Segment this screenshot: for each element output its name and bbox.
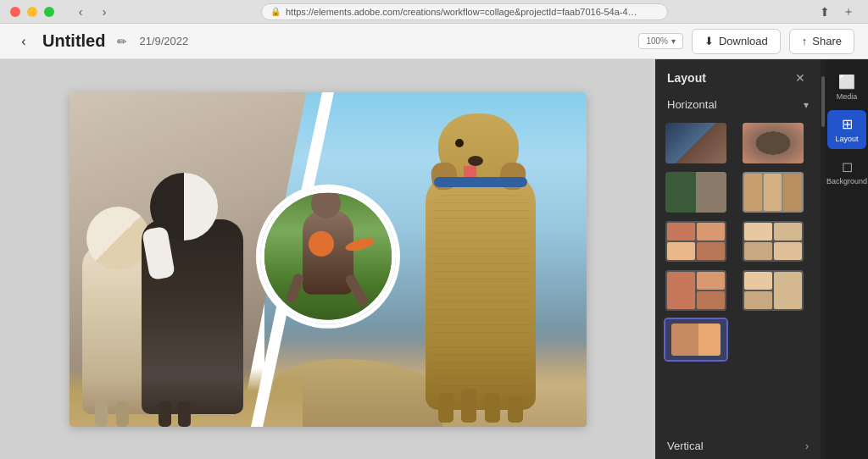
layout-thumb-3[interactable]: [664, 170, 728, 214]
back-button[interactable]: ‹: [14, 31, 34, 52]
browser-nav: ‹ ›: [71, 3, 114, 21]
addressbar[interactable]: 🔒 https://elements.adobe.com/creations/w…: [261, 3, 668, 20]
right-dog-leg3: [485, 393, 500, 423]
vertical-label: Vertical: [667, 440, 704, 452]
background-label: Background: [826, 177, 867, 185]
panel-close-button[interactable]: ✕: [792, 69, 809, 86]
right-dog-eye: [455, 139, 464, 147]
frisbee-dog-image: [264, 193, 392, 320]
right-sidebar: Layout ✕ Horizontal ▾: [655, 59, 868, 459]
right-dog-area: [392, 130, 578, 427]
layout-thumb-1[interactable]: [664, 121, 728, 165]
browser-share-button[interactable]: ⬆: [815, 3, 834, 21]
horizontal-label: Horizontal: [667, 98, 717, 111]
dog1-leg1: [95, 401, 108, 427]
layout-grid: [655, 116, 821, 367]
icon-bar: ⬜ Media ⊞ Layout ◻ Background: [826, 59, 868, 459]
browser-forward-button[interactable]: ›: [95, 3, 114, 21]
dog2-body: [142, 219, 243, 414]
url-text: https://elements.adobe.com/creations/wor…: [286, 7, 642, 17]
dog2-leg2: [178, 401, 191, 427]
share-icon: ↑: [802, 35, 808, 47]
layout-icon-bar-item[interactable]: ⊞ Layout: [827, 110, 866, 149]
collage-canvas[interactable]: [70, 92, 587, 427]
traffic-minimize-button[interactable]: [27, 7, 37, 17]
right-dog-collar: [434, 177, 527, 187]
right-dog-leg2: [461, 389, 476, 423]
layout-thumb-8[interactable]: [741, 268, 805, 312]
scrollbar-thumb[interactable]: [821, 76, 825, 127]
jumping-dog-leg1: [285, 273, 304, 304]
share-button[interactable]: ↑ Share: [789, 29, 854, 54]
browser-new-tab-button[interactable]: ＋: [839, 3, 858, 21]
pencil-icon[interactable]: ✏: [117, 35, 127, 48]
background-icon-bar-item[interactable]: ◻ Background: [827, 152, 866, 191]
addressbar-container: 🔒 https://elements.adobe.com/creations/w…: [120, 3, 809, 20]
panel-spacer: [655, 367, 821, 429]
download-button[interactable]: ⬇ Download: [692, 29, 781, 54]
browser-back-button[interactable]: ‹: [71, 3, 90, 21]
layout-thumb-9-selected[interactable]: [664, 318, 728, 362]
layout-thumb-6[interactable]: [741, 219, 805, 263]
media-icon: ⬜: [838, 74, 855, 90]
titlebar-actions: ⬆ ＋: [815, 3, 858, 21]
jumping-dog-head: [311, 189, 341, 218]
project-date: 21/9/2022: [139, 35, 188, 47]
horizontal-section-header[interactable]: Horizontal ▾: [655, 93, 821, 116]
dog1-leg2: [116, 401, 129, 427]
horizontal-chevron-icon: ▾: [804, 99, 809, 111]
share-label: Share: [812, 35, 842, 47]
traffic-close-button[interactable]: [10, 7, 20, 17]
layout-thumb-4[interactable]: [741, 170, 805, 214]
app-toolbar: ‹ Untitled ✏ 21/9/2022 100% ▾ ⬇ Download…: [0, 24, 868, 59]
layout-icon: ⊞: [842, 116, 853, 132]
right-dog-leg1: [438, 393, 453, 423]
titlebar: ‹ › 🔒 https://elements.adobe.com/creatio…: [0, 0, 868, 24]
layout-thumb-2[interactable]: [741, 121, 805, 165]
right-dog-nose: [468, 156, 483, 166]
download-icon: ⬇: [704, 35, 714, 47]
zoom-chevron-icon: ▾: [671, 36, 676, 46]
layout-label: Layout: [835, 135, 858, 143]
right-dog-fur: [430, 190, 531, 393]
layout-panel: Layout ✕ Horizontal ▾: [655, 59, 821, 459]
canvas-area: [0, 59, 655, 459]
download-label: Download: [719, 35, 768, 47]
zoom-value: 100%: [646, 36, 668, 46]
right-dog-leg4: [508, 395, 523, 423]
traffic-maximize-button[interactable]: [44, 7, 54, 17]
media-icon-bar-item[interactable]: ⬜ Media: [827, 68, 866, 107]
background-icon: ◻: [842, 158, 853, 174]
dog1-head: [86, 207, 150, 270]
layout-thumb-7[interactable]: [664, 268, 728, 312]
right-dog-body: [426, 173, 536, 410]
layout-thumb-5[interactable]: [664, 219, 728, 263]
security-icon: 🔒: [270, 7, 281, 16]
collage-circle[interactable]: [260, 189, 396, 324]
scrollbar[interactable]: [821, 59, 826, 459]
panel-title: Layout: [667, 71, 706, 85]
project-title: Untitled: [42, 31, 105, 51]
zoom-control[interactable]: 100% ▾: [638, 33, 683, 49]
right-dog-head: [438, 113, 519, 185]
vertical-chevron-icon: ›: [805, 440, 809, 452]
dog2-leg1: [159, 401, 171, 427]
vertical-section-header[interactable]: Vertical ›: [655, 433, 821, 459]
panel-header: Layout ✕: [655, 59, 821, 93]
media-label: Media: [837, 92, 858, 101]
main-content: Layout ✕ Horizontal ▾: [0, 59, 868, 459]
